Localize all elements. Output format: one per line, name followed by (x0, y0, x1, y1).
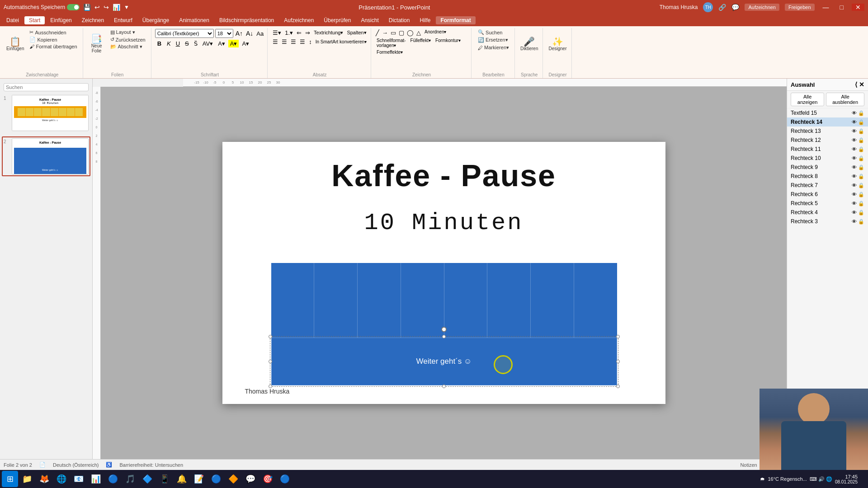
visibility-icon-rechteck8[interactable]: 👁 (852, 174, 857, 179)
highlight-button[interactable]: A▾ (228, 40, 239, 47)
taskbar-teams[interactable]: 🔵 (105, 471, 121, 487)
menu-ansicht[interactable]: Ansicht (356, 16, 383, 24)
increase-font-button[interactable]: A↑ (235, 30, 244, 37)
shape-line[interactable]: ╱ (375, 29, 380, 37)
lock-icon-textfeld15[interactable]: 🔒 (858, 110, 864, 116)
comments-icon[interactable]: 💬 (731, 4, 739, 11)
visibility-icon-rechteck4[interactable]: 👁 (852, 210, 857, 216)
share-icon[interactable]: 🔗 (718, 4, 726, 11)
layer-rechteck10[interactable]: Rechteck 10 👁 🔒 (787, 154, 868, 163)
visibility-icon-rechteck6[interactable]: 👁 (852, 192, 857, 197)
replace-button[interactable]: 🔄Ersetzen▾ (475, 37, 510, 43)
layer-rechteck4[interactable]: Rechteck 4 👁 🔒 (787, 208, 868, 217)
dropdown-icon[interactable]: ▼ (124, 4, 129, 10)
taskbar-store[interactable]: 🔷 (139, 471, 156, 487)
layer-rechteck11[interactable]: Rechteck 11 👁 🔒 (787, 145, 868, 154)
reset-button[interactable]: ↺Zurücksetzen (108, 36, 148, 43)
decrease-font-button[interactable]: A↓ (245, 30, 254, 37)
lock-icon-rechteck14[interactable]: 🔒 (858, 119, 864, 125)
slide-preview-2[interactable]: Kaffee - Pause Weiter geht´s ☺ Thomas Hr… (12, 138, 89, 174)
arrange-button[interactable]: Anordnen▾ (423, 29, 448, 37)
layer-rechteck8[interactable]: Rechteck 8 👁 🔒 (787, 172, 868, 181)
autosave-toggle[interactable]: Automatisches Speichern (4, 4, 80, 10)
align-right-button[interactable]: ☰ (289, 38, 297, 46)
menu-hilfe[interactable]: Hilfe (415, 16, 435, 24)
panel-close-button[interactable]: ✕ (859, 81, 864, 88)
menu-entwurf[interactable]: Entwurf (109, 16, 137, 24)
dictate-button[interactable]: 🎤 Diktieren (519, 29, 540, 59)
lock-icon-rechteck6[interactable]: 🔒 (858, 192, 864, 197)
taskbar-firefox[interactable]: 🦊 (36, 471, 52, 487)
close-button[interactable]: ✕ (852, 4, 864, 11)
smartart-button[interactable]: In SmartArt konvertieren▾ (314, 39, 368, 45)
lock-icon-rechteck9[interactable]: 🔒 (858, 164, 864, 170)
menu-dictation[interactable]: Dictation (384, 16, 415, 24)
visibility-icon-rechteck9[interactable]: 👁 (852, 164, 857, 170)
search-input[interactable] (4, 83, 89, 91)
blue-rect-lower[interactable]: Weiter geht´s ☺ (271, 338, 617, 385)
layer-rechteck6[interactable]: Rechteck 6 👁 🔒 (787, 190, 868, 199)
taskbar-app4[interactable]: 🔵 (277, 471, 293, 487)
menu-formformat[interactable]: Formformat (436, 16, 475, 24)
lock-icon-rechteck3[interactable]: 🔒 (858, 219, 864, 225)
lock-icon-rechteck4[interactable]: 🔒 (858, 210, 864, 216)
layer-rechteck9[interactable]: Rechteck 9 👁 🔒 (787, 163, 868, 172)
select-button[interactable]: 🖊Markieren▾ (475, 44, 512, 51)
taskbar-file-explorer[interactable]: 📁 (19, 471, 35, 487)
menu-start[interactable]: Start (24, 16, 45, 24)
effects-button[interactable]: Formeffekte▾ (375, 49, 405, 55)
lock-icon-rechteck13[interactable]: 🔒 (858, 128, 864, 134)
taskbar-chrome[interactable]: 🌐 (53, 471, 70, 487)
lock-icon-rechteck7[interactable]: 🔒 (858, 183, 864, 188)
notes-button[interactable]: Notizen (740, 462, 757, 468)
slide-thumb-1[interactable]: 1 Kaffee - Pause 10 Minuten (2, 93, 90, 133)
panel-collapse-button[interactable]: ⟨ (855, 81, 857, 88)
maximize-button[interactable]: □ (837, 4, 846, 11)
lock-icon-rechteck12[interactable]: 🔒 (858, 137, 864, 143)
shape-triangle[interactable]: △ (415, 29, 422, 37)
shadow-button[interactable]: S̈ (192, 40, 199, 47)
visibility-icon-rechteck3[interactable]: 👁 (852, 219, 857, 225)
lock-icon-rechteck5[interactable]: 🔒 (858, 201, 864, 206)
taskbar-chat[interactable]: 💬 (242, 471, 259, 487)
increase-indent-button[interactable]: ⇒ (304, 29, 311, 37)
layout-button[interactable]: ▤Layout ▾ (108, 29, 148, 36)
fill-button[interactable]: Fülleffekt▾ (409, 38, 433, 48)
clear-format-button[interactable]: Aa (255, 30, 264, 37)
shape-rounded-rect[interactable]: ▢ (398, 29, 405, 37)
layer-rechteck5[interactable]: Rechteck 5 👁 🔒 (787, 199, 868, 208)
taskbar-notifications[interactable]: 🔔 (174, 471, 190, 487)
taskbar-powerpoint[interactable]: 📊 (88, 471, 104, 487)
visibility-icon-rechteck5[interactable]: 👁 (852, 201, 857, 206)
taskbar-app2[interactable]: 🔶 (225, 471, 241, 487)
quick-styles-button[interactable]: Schnellformat-vorlagen▾ (375, 38, 407, 48)
cut-button[interactable]: ✂Ausschneiden (27, 29, 80, 36)
shape-rect[interactable]: ▭ (390, 29, 397, 37)
text-direction-button[interactable]: Textrichtung▾ (312, 29, 344, 36)
italic-button[interactable]: K (165, 40, 173, 47)
bullets-button[interactable]: ☰▾ (271, 29, 283, 37)
taskbar-phone[interactable]: 📱 (156, 471, 173, 487)
designer-button[interactable]: ✨ Designer (547, 29, 568, 59)
lock-icon-rechteck10[interactable]: 🔒 (858, 155, 864, 161)
system-tray[interactable]: ⌨ 🔊 🌐 (810, 476, 832, 482)
record-button[interactable]: Aufzeichnen (745, 4, 779, 11)
visibility-icon-rechteck14[interactable]: 👁 (852, 119, 857, 125)
taskbar-app3[interactable]: 🎯 (259, 471, 276, 487)
font-color2-button[interactable]: A▾ (240, 40, 251, 47)
slide-preview-1[interactable]: Kaffee - Pause 10 Minuten (12, 95, 89, 131)
paste-button[interactable]: 📋 Einfügen (5, 29, 26, 59)
decrease-indent-button[interactable]: ⇐ (295, 29, 303, 37)
visibility-icon-rechteck13[interactable]: 👁 (852, 128, 857, 134)
menu-animationen[interactable]: Animationen (175, 16, 214, 24)
layer-rechteck13[interactable]: Rechteck 13 👁 🔒 (787, 127, 868, 136)
copy-button[interactable]: 📄Kopieren (27, 36, 80, 43)
save-icon[interactable]: 💾 (83, 4, 91, 11)
start-button[interactable]: ⊞ (2, 471, 18, 487)
blue-rect-upper[interactable] (271, 263, 617, 338)
layer-rechteck12[interactable]: Rechteck 12 👁 🔒 (787, 136, 868, 145)
menu-aufzeichnen[interactable]: Aufzeichnen (279, 16, 318, 24)
layer-rechteck14[interactable]: Rechteck 14 👁 🔒 (787, 117, 868, 127)
new-slide-button[interactable]: 📑 NeueFolie (87, 29, 107, 59)
char-spacing-button[interactable]: AV▾ (201, 40, 215, 47)
